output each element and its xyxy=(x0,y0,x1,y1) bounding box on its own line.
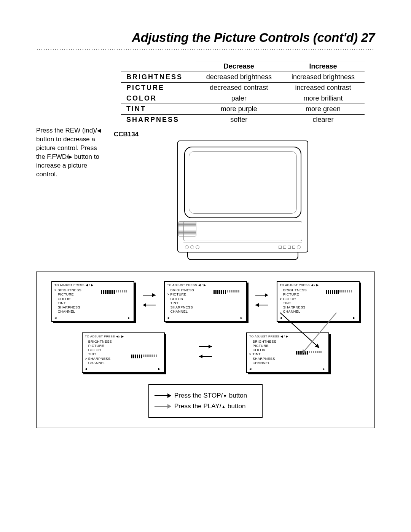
table-row: SHARPNESSsofterclearer xyxy=(121,115,365,125)
osd-panel: TO ADJUST PRESS ◀ / ▶ BRIGHTNESS PICTURE… xyxy=(164,281,247,322)
osd-panel: TO ADJUST PRESS ◀ / ▶ BRIGHTNESS PICTURE… xyxy=(277,281,360,322)
instruction-note: Press the REW (ind)/◀ button to decrease… xyxy=(36,61,111,179)
flow-diagram: TO ADJUST PRESS ◀ / ▶ BRIGHTNESS PICTURE… xyxy=(36,272,375,428)
title-text: Adjusting the Picture Controls (cont'd) xyxy=(132,30,358,45)
controls-table: Decrease Increase BRIGHTNESSdecreased br… xyxy=(121,61,365,125)
page-number: 27 xyxy=(361,30,375,45)
tv-illustration xyxy=(174,141,311,266)
flow-row-2: TO ADJUST PRESS ◀ / ▶ BRIGHTNESS PICTURE… xyxy=(43,332,368,373)
triangle-left-icon: ◀ xyxy=(97,127,101,134)
dotted-rule xyxy=(36,48,375,50)
table-row: BRIGHTNESSdecreased brightnessincreased … xyxy=(121,72,365,83)
arrow-right-gray-icon xyxy=(155,406,171,407)
osd-panel: TO ADJUST PRESS ◀ / ▶ BRIGHTNESS PICTURE… xyxy=(51,281,134,322)
triangle-up-icon: ▲ xyxy=(221,404,226,409)
arrow-right-icon xyxy=(155,395,171,396)
osd-panel: TO ADJUST PRESS ◀ / ▶ BRIGHTNESS PICTURE… xyxy=(246,332,329,373)
flow-row-1: TO ADJUST PRESS ◀ / ▶ BRIGHTNESS PICTURE… xyxy=(43,281,368,322)
arrows-icon xyxy=(143,292,156,311)
legend: Press the STOP/▼ button Press the PLAY/▲… xyxy=(148,384,263,418)
level-bar xyxy=(101,290,131,300)
table-row: TINTmore purplemore green xyxy=(121,104,365,115)
th-blank xyxy=(121,61,196,72)
table-row: PICTUREdecreased contrastincreased contr… xyxy=(121,83,365,93)
table-row: COLORpalermore brilliant xyxy=(121,93,365,104)
triangle-down-icon: ▼ xyxy=(223,393,227,399)
model-label: CCB134 xyxy=(114,131,375,138)
arrows-icon xyxy=(199,343,212,362)
osd-panel: TO ADJUST PRESS ◀ / ▶ BRIGHTNESS PICTURE… xyxy=(82,332,165,373)
th-decrease: Decrease xyxy=(196,61,282,72)
th-increase: Increase xyxy=(282,61,365,72)
page-title: Adjusting the Picture Controls (cont'd) … xyxy=(36,30,375,45)
arrows-icon xyxy=(255,292,268,311)
triangle-right-icon: ▶ xyxy=(68,153,72,160)
